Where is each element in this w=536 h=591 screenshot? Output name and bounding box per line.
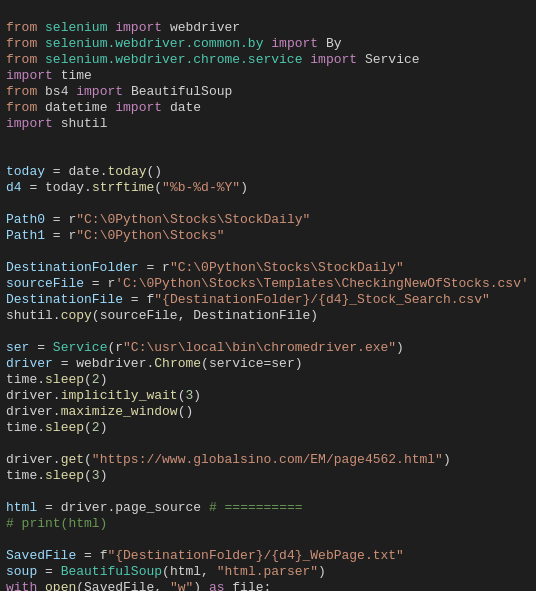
line-1: from selenium import webdriver from sele… bbox=[6, 20, 529, 591]
code-editor: from selenium import webdriver from sele… bbox=[6, 4, 530, 591]
